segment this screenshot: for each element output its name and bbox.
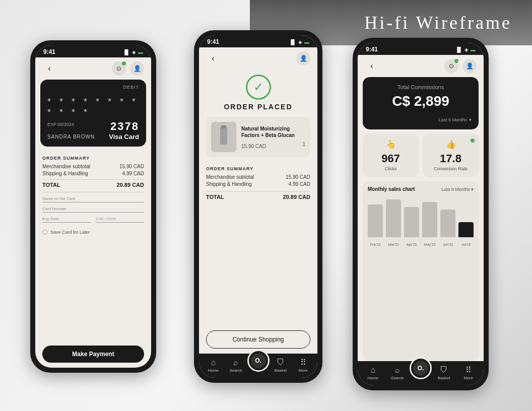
phone2-row1-value: 15.90 CAD [286, 174, 310, 180]
clicks-value: 967 [368, 152, 414, 165]
phone2-total-row: TOTAL 20.89 CAD [206, 191, 310, 200]
product-qty: 1 [302, 142, 305, 149]
clicks-metric-card: 👆 967 Clicks [363, 133, 419, 177]
phone2-status-bar: 9:41 ▐▌ ◈ ▬ [199, 35, 317, 47]
phone1-status-bar: 9:41 ▐▌ ◈ ▬ [35, 45, 151, 57]
signal-icon: ▐▌ [455, 47, 462, 52]
order-placed-title: ORDER PLACED [206, 103, 310, 111]
nav-home[interactable]: ⌂ Home [202, 358, 225, 373]
nav-basket[interactable]: ⛉ Basket [432, 366, 456, 380]
nav-search[interactable]: ⌕ Search [225, 358, 247, 373]
phone1-total-label: TOTAL [42, 182, 60, 188]
wifi-icon: ◈ [298, 39, 302, 45]
phone1-back-button[interactable]: ‹ [42, 61, 56, 76]
commissions-card: Total Commissions C$ 2,899 Last 6 Months… [363, 77, 479, 129]
nav-products-center[interactable]: O. [247, 350, 270, 372]
chart-title: Monthly sales chart [368, 186, 415, 192]
profile-icon: 👤 [134, 65, 141, 72]
chart-bars: Feb'23Mar'23Apr'23May'23Jun'23Jul'23 [368, 197, 474, 247]
phone3-status-bar: 9:41 ▐▌ ◈ ▬ [358, 43, 484, 55]
phone2-back-button[interactable]: ‹ [206, 51, 220, 65]
phone3-back-button[interactable]: ‹ [365, 59, 379, 73]
order-row-1: Merchandise subtotal 15.90 CAD [42, 164, 144, 169]
conversion-icon: 👍 [428, 140, 474, 149]
make-payment-button[interactable]: Make Payment [42, 346, 144, 363]
phone3-cart-icon[interactable]: ⊙ [444, 59, 458, 73]
chart-bar: Feb'23 [368, 204, 383, 237]
wifi-icon: ◈ [132, 49, 136, 55]
battery-icon: ▬ [138, 49, 143, 55]
chart-bar: Jun'23 [440, 210, 455, 237]
nav-more[interactable]: ⠿ More [456, 365, 481, 380]
order-placed-section: ✓ ORDER PLACED Natural Moisturizing Fact… [199, 70, 317, 354]
exp-date-field[interactable]: Exp Date [42, 217, 91, 223]
phone2-screen: 9:41 ▐▌ ◈ ▬ ‹ 👤 ✓ ORDER PLACED [199, 35, 317, 378]
metric-badge [471, 139, 475, 143]
nav-home[interactable]: ⌂ Home [361, 366, 385, 380]
phone1-total-value: 20.89 CAD [117, 182, 144, 188]
phone2-frame: 9:41 ▐▌ ◈ ▬ ‹ 👤 ✓ ORDER PLACED [194, 30, 322, 383]
phone1-total-row: TOTAL 20.89 CAD [42, 179, 144, 188]
nav-products-icon: O. [413, 361, 428, 376]
phone1-cart-icon[interactable]: ⊙ [112, 61, 126, 76]
nav-more[interactable]: ⠿ More [292, 358, 314, 373]
phone1-time: 9:41 [43, 48, 55, 55]
product-price: 15.90 CAD [241, 144, 266, 149]
chart-bar-label: Jun'23 [443, 243, 453, 246]
phone3-profile-icon[interactable]: 👤 [462, 59, 477, 73]
exp-date-label: Exp Date [42, 217, 91, 221]
phone1-bar-right: ⊙ 👤 [112, 61, 144, 76]
nav-search-label: Search [229, 368, 242, 373]
commissions-label: Total Commissions [370, 84, 472, 90]
nav-products-center[interactable]: O. [410, 357, 432, 379]
product-card: Natural Moisturizing Factors + Beta Gluc… [206, 117, 310, 157]
save-card-label: Save Card for Later [50, 230, 90, 235]
cart-icon: ⊙ [449, 62, 454, 70]
product-image [211, 122, 236, 152]
conversion-metric-card: 👍 17.8 Conversion Rate [423, 133, 479, 177]
cvv-field[interactable]: CVC / CVV [96, 217, 144, 223]
home-icon: ⌂ [211, 358, 216, 367]
card-number-field-line [42, 212, 144, 213]
name-field[interactable]: Name on the Card [42, 196, 144, 202]
more-icon: ⠿ [300, 358, 306, 367]
signal-icon: ▐▌ [289, 39, 296, 45]
metrics-row: 👆 967 Clicks 👍 17.8 Conversion Rate [363, 133, 479, 177]
phone2-profile-icon[interactable]: 👤 [296, 51, 310, 65]
chart-bar: May'23 [422, 202, 437, 237]
save-card-radio[interactable] [42, 230, 47, 235]
divider1 [42, 192, 144, 192]
chart-bar: Mar'23 [386, 199, 401, 237]
order-row-1-value: 15.90 CAD [119, 164, 144, 169]
product-info: Natural Moisturizing Factors + Beta Gluc… [241, 125, 305, 149]
cart-badge [122, 61, 126, 65]
phone2-order-summary-title: ORDER SUMMARY [206, 166, 310, 171]
save-card-row[interactable]: Save Card for Later [42, 230, 144, 235]
phone1-frame: 9:41 ▐▌ ◈ ▬ ‹ ⊙ 👤 [30, 40, 156, 373]
chart-section: Monthly sales chart Last 6 Months ▾ Feb'… [363, 181, 479, 361]
chart-bar-label: May'23 [424, 243, 435, 246]
search-icon: ⌕ [233, 358, 238, 367]
continue-shopping-button[interactable]: Continue Shopping [206, 330, 310, 349]
phone1-profile-icon[interactable]: 👤 [130, 61, 144, 76]
order-row-2-value: 4.99 CAD [122, 171, 144, 176]
cvv-line [96, 222, 144, 223]
chevron-down-icon[interactable]: ▾ [469, 117, 472, 122]
phone1-content: 9:41 ▐▌ ◈ ▬ ‹ ⊙ 👤 [35, 45, 151, 368]
phone2-app-bar: ‹ 👤 [199, 47, 317, 70]
nav-search[interactable]: ⌕ Search [385, 366, 410, 380]
cvv-label: CVC / CVV [96, 217, 144, 221]
phone2-total-value: 20.89 CAD [283, 194, 310, 200]
signal-icon: ▐▌ [123, 49, 130, 55]
phone1-screen: 9:41 ▐▌ ◈ ▬ ‹ ⊙ 👤 [35, 45, 151, 368]
card-number-field[interactable]: Card Number [42, 207, 144, 213]
phone2-time: 9:41 [207, 38, 219, 45]
chart-bar-label: Jul'23 [461, 243, 471, 246]
exp-date-line [42, 222, 91, 223]
chevron-down-icon: ▾ [471, 187, 474, 192]
nav-basket[interactable]: ⛉ Basket [270, 358, 292, 373]
commissions-period: Last 6 Months ▾ [370, 117, 472, 122]
chart-header: Monthly sales chart Last 6 Months ▾ [368, 186, 474, 192]
chart-period-label: Last 6 Months [441, 187, 470, 192]
chart-period[interactable]: Last 6 Months ▾ [441, 187, 474, 192]
